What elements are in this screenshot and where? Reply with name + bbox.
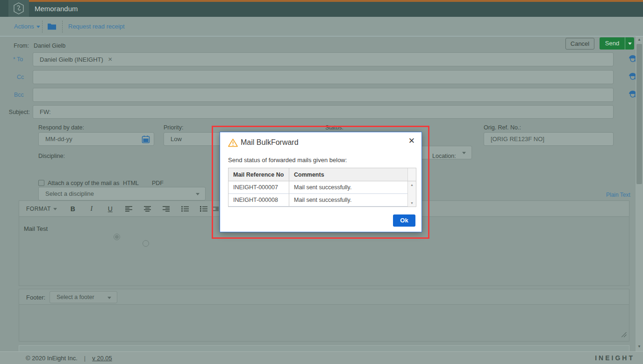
cell-mail-ref: INEIGHT-000007	[229, 181, 289, 194]
attach-html-label: HTML	[123, 180, 139, 186]
numbered-list-icon[interactable]	[194, 201, 213, 216]
priority-label: Priority:	[164, 124, 183, 131]
chevron-down-icon	[53, 208, 57, 210]
chevron-down-icon	[462, 152, 466, 154]
attach-copy-label: Attach a copy of the mail as	[48, 180, 120, 186]
table-header-row: Mail Reference No Comments	[229, 168, 416, 181]
chevron-down-icon	[107, 297, 111, 299]
format-dropdown[interactable]: FORMAT	[26, 206, 57, 212]
underline-button[interactable]: U	[101, 201, 120, 216]
cell-mail-ref: INEIGHT-000008	[229, 194, 289, 207]
warning-icon	[228, 138, 238, 149]
footer-section: Footer: Select a footer	[19, 289, 629, 305]
resize-handle-icon[interactable]	[622, 331, 627, 339]
folder-button[interactable]	[47, 23, 57, 32]
request-read-receipt-button[interactable]: Request read receipt	[68, 23, 125, 30]
column-header-ref: Mail Reference No	[229, 168, 289, 181]
scroll-up-icon[interactable]: ▲	[636, 36, 643, 43]
bold-button[interactable]: B	[64, 201, 82, 216]
toolbar-divider	[62, 21, 63, 33]
status-label: Status:	[325, 124, 343, 131]
scroll-down-icon[interactable]: ▼	[408, 201, 416, 205]
send-status-table: Mail Reference No Comments INEIGHT-00000…	[228, 168, 416, 207]
toolbar-divider	[42, 21, 43, 33]
copyright-text: © 2020 InEight Inc.	[26, 355, 78, 362]
column-header-comments: Comments	[289, 168, 407, 181]
to-input[interactable]: Daniel Gielb (INEIGHT) ✕	[33, 52, 614, 66]
subject-label: Subject:	[0, 109, 30, 115]
scroll-down-icon[interactable]: ▼	[636, 343, 643, 350]
attach-pdf-label: PDF	[152, 180, 164, 186]
ineight-wordmark: INEIGHT	[595, 354, 635, 362]
orig-ref-input[interactable]: [ORIG RE123F NO]	[484, 132, 614, 146]
chevron-down-icon	[196, 193, 200, 195]
dialog-title: Mail BulkForward	[241, 138, 299, 147]
indent-icon[interactable]	[213, 201, 219, 216]
cc-label: Cc	[17, 74, 24, 80]
app-logo[interactable]	[8, 0, 29, 17]
footer-label: Footer:	[26, 294, 45, 301]
chip-remove-icon[interactable]: ✕	[108, 56, 113, 63]
memorandum-window: Memorandum Actions Request read receipt …	[0, 0, 643, 364]
subject-input[interactable]: FW:	[33, 105, 614, 119]
from-label: From:	[0, 43, 29, 49]
align-left-icon[interactable]	[120, 201, 138, 216]
ok-button[interactable]: Ok	[393, 214, 415, 227]
status-bar: © 2020 InEight Inc. | v 20.05 INEIGHT	[0, 351, 643, 364]
app-header: Memorandum	[0, 0, 643, 17]
recipient-chip[interactable]: Daniel Gielb (INEIGHT)	[40, 56, 103, 63]
close-icon[interactable]: ✕	[408, 136, 415, 146]
respond-by-date-label: Respond by date:	[38, 124, 84, 131]
discipline-label: Discipline:	[38, 153, 65, 159]
to-label: * To	[13, 56, 23, 63]
statusbar-separator: |	[84, 355, 86, 362]
cc-input[interactable]	[33, 70, 614, 84]
table-scrollbar[interactable]: ▲ ▼	[407, 181, 416, 207]
plain-text-link[interactable]: Plain Text	[606, 192, 630, 198]
bullet-list-icon[interactable]	[176, 201, 194, 216]
cancel-button[interactable]: Cancel	[565, 38, 594, 50]
hexagon-shield-icon	[13, 2, 24, 14]
cell-comment: Mail sent successfully.	[289, 194, 407, 207]
chevron-down-icon	[628, 43, 632, 45]
table-row[interactable]: INEIGHT-000007 Mail sent successfully.	[229, 181, 407, 194]
dialog-message: Send status of forwarded mails given bel…	[228, 157, 347, 164]
attach-copy-checkbox[interactable]	[38, 180, 44, 186]
actions-menu-button[interactable]: Actions	[14, 23, 40, 30]
send-button-label[interactable]: Send	[600, 37, 625, 50]
next-section-partial	[19, 345, 629, 351]
scrollbar-thumb[interactable]	[636, 44, 642, 184]
footer-textarea[interactable]	[19, 305, 629, 342]
italic-button[interactable]: I	[82, 201, 101, 216]
discipline-select[interactable]: Select a discipline	[38, 187, 206, 200]
send-split-arrow[interactable]	[625, 37, 634, 50]
bcc-label: Bcc	[14, 92, 24, 98]
scroll-up-icon[interactable]: ▲	[408, 183, 416, 186]
folder-icon	[47, 23, 57, 30]
page-title: Memorandum	[35, 0, 78, 17]
footer-select[interactable]: Select a footer	[50, 291, 117, 303]
align-right-icon[interactable]	[157, 201, 176, 216]
bcc-input[interactable]	[33, 88, 614, 102]
action-toolbar: Actions Request read receipt Cancel Send	[0, 17, 643, 36]
mail-bulkforward-dialog: Mail BulkForward ✕ Send status of forwar…	[220, 132, 422, 232]
align-center-icon[interactable]	[138, 201, 157, 216]
version-link[interactable]: v 20.05	[92, 355, 112, 362]
location-label: Location:	[432, 153, 456, 159]
from-value: Daniel Gielb	[34, 43, 65, 49]
send-button[interactable]: Send	[600, 37, 634, 50]
table-row[interactable]: INEIGHT-000008 Mail sent successfully.	[229, 194, 407, 207]
calendar-icon[interactable]	[142, 135, 150, 145]
cell-comment: Mail sent successfully.	[289, 181, 407, 194]
chevron-down-icon	[36, 26, 40, 28]
header-accent-strip	[8, 0, 643, 2]
table-scrollbar-header-cap	[407, 168, 416, 181]
respond-by-date-input[interactable]: MM-dd-yy	[38, 132, 154, 146]
orig-ref-label: Orig. Ref. No.:	[484, 124, 521, 131]
